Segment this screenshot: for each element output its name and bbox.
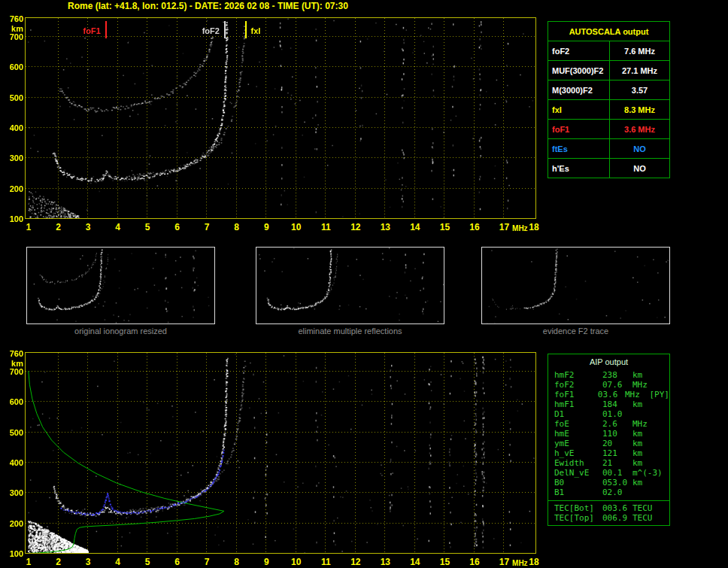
x-tick-label: 5 [140, 222, 155, 232]
x-tick-label: 12 [348, 222, 363, 232]
param-unit: TECU [632, 503, 660, 513]
param-value: 20 [602, 439, 632, 448]
param-label: MUF(3000)F2 [548, 61, 610, 80]
x-tick-label: 3 [80, 222, 96, 232]
param-value: 7.6 MHz [610, 41, 670, 61]
table-row-ftEs: ftEsNO [548, 139, 670, 159]
param-value: 01.0 [602, 409, 632, 419]
param-unit: km [632, 429, 660, 439]
x-tick-label: 8 [229, 222, 244, 232]
aip-row-ymE: ymE20km [548, 439, 669, 448]
param-value: 00.1 [602, 468, 632, 478]
y-tick-label: 100 [2, 549, 23, 558]
thumbnail-caption: evidence F2 trace [481, 327, 670, 336]
param-value: NO [610, 139, 670, 159]
param-name: DelN_vE [554, 468, 602, 478]
param-note [660, 488, 669, 497]
table-row-fxI: fxI8.3 MHz [548, 100, 670, 120]
y-tick-label: 400 [2, 123, 23, 132]
y-tick-label: 760 [2, 349, 23, 358]
table-row-hEs: h'EsNO [548, 159, 670, 178]
param-value: 006.9 [602, 513, 632, 523]
x-tick-label: 11 [318, 222, 333, 232]
marker-line-foF2 [224, 21, 226, 38]
x-tick-label: 14 [408, 557, 423, 567]
thumbnail-original-ionogram [26, 247, 215, 324]
table-row-foF1: foF13.6 MHz [548, 120, 670, 139]
param-name: D1 [554, 409, 602, 419]
x-tick-label: 11 [318, 557, 333, 567]
param-note [660, 409, 669, 419]
aip-row-hmF1: hmF1184km [548, 399, 669, 409]
param-name: foE [554, 419, 602, 429]
y-tick-label: 400 [2, 458, 23, 467]
param-name: B0 [554, 478, 602, 488]
y-tick-label: 700 [2, 32, 23, 41]
param-unit: TECU [632, 513, 660, 523]
param-value: 07.6 [602, 380, 632, 390]
param-note [660, 439, 669, 448]
marker-label-foF1: foF1 [69, 26, 101, 35]
aip-row-B1: B102.0 [548, 488, 669, 497]
y-tick-label: 200 [2, 184, 23, 193]
aip-row-foF2: foF207.6MHz [548, 380, 669, 390]
ionogram-canvas [26, 18, 535, 218]
autoscala-header: AUTOSCALA output [548, 22, 670, 41]
x-tick-label: 13 [378, 222, 393, 232]
param-value: 184 [602, 399, 632, 409]
x-tick-label: 16 [467, 557, 482, 567]
param-label: M(3000)F2 [548, 80, 610, 100]
aip-row-hmF2: hmF2238km [548, 370, 669, 380]
x-tick-label: 13 [378, 557, 393, 567]
x-tick-label: 1 [21, 557, 36, 567]
param-unit: MHz [625, 390, 650, 399]
autoscala-output-table: AUTOSCALA output foF27.6 MHz MUF(3000)F2… [548, 21, 670, 178]
x-tick-label: 10 [289, 557, 304, 567]
marker-line-fxI [245, 21, 247, 38]
param-name: foF2 [554, 380, 602, 390]
table-row-muf3000f2: MUF(3000)F227.1 MHz [548, 61, 670, 80]
marker-label-fxI: fxI [251, 26, 261, 35]
param-value: 27.1 MHz [610, 61, 670, 80]
aip-row-foE: foE2.6MHz [548, 419, 669, 429]
y-axis-unit: km [2, 24, 23, 33]
x-tick-label: 12 [348, 557, 363, 567]
thumbnail-caption: eliminate multiple reflections [256, 327, 444, 336]
aip-row-tec-bot: TEC[Bot]003.6TECU [548, 503, 669, 513]
x-tick-label: 4 [111, 557, 126, 567]
aip-header: AIP output [548, 354, 669, 370]
aip-row-foF1: foF103.6MHz[PY] [548, 390, 669, 399]
y-tick-label: 500 [2, 428, 23, 437]
y-tick-label: 200 [2, 519, 23, 528]
param-value: 2.6 [602, 419, 632, 429]
divider [548, 500, 669, 501]
aip-row-B0: B0053.0km [548, 478, 669, 488]
param-unit: km [632, 448, 660, 458]
param-value: 02.0 [602, 488, 632, 497]
thumbnail-no-multiples [256, 247, 444, 324]
param-unit: km [632, 439, 660, 448]
param-label: ftEs [548, 139, 610, 159]
param-value: NO [610, 159, 670, 178]
param-note [660, 370, 669, 380]
param-name: hmF1 [554, 399, 602, 409]
param-value: 003.6 [602, 503, 632, 513]
x-tick-label: 10 [289, 222, 304, 232]
param-value: 8.3 MHz [610, 100, 670, 120]
param-unit [632, 488, 660, 497]
marker-line-foF1 [105, 21, 107, 38]
x-tick-label: 14 [408, 222, 423, 232]
param-unit: MHz [632, 380, 660, 390]
y-tick-label: 700 [2, 367, 23, 376]
x-tick-label: 6 [170, 557, 185, 567]
param-unit [632, 409, 660, 419]
aip-row-Ewidth: Ewidth21km [548, 458, 669, 468]
param-note [660, 429, 669, 439]
param-note: [PY] [650, 390, 670, 399]
x-tick-label: 9 [259, 222, 274, 232]
x-tick-label: 15 [437, 222, 452, 232]
x-tick-label: 3 [80, 557, 96, 567]
param-value: 238 [602, 370, 632, 380]
y-tick-label: 500 [2, 93, 23, 102]
y-tick-label: 600 [2, 62, 23, 71]
